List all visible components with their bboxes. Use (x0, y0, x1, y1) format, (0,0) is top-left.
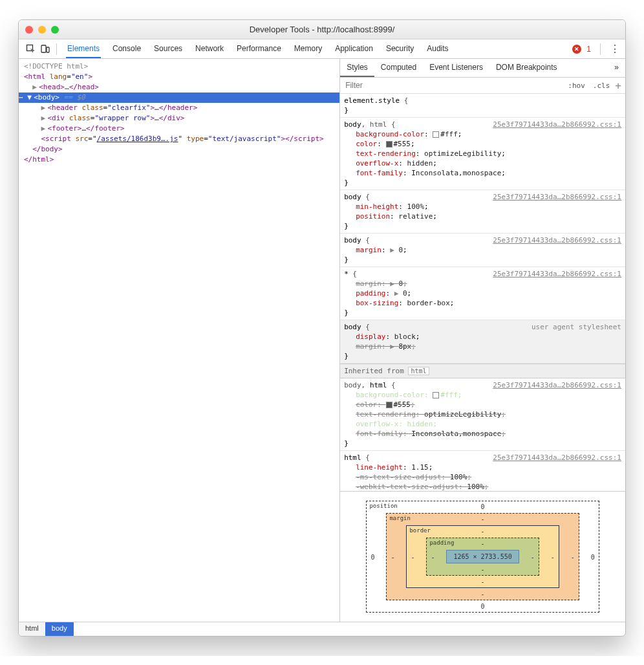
styles-rules[interactable]: element.style {}25e3f79714433da…2b866992… (340, 94, 625, 491)
tab-sources[interactable]: Sources (153, 40, 184, 58)
dom-footer[interactable]: ▶<footer>…</footer> (24, 124, 339, 134)
dom-header[interactable]: ▶<header class="clearfix">…</header> (24, 103, 339, 113)
tab-elements[interactable]: Elements (66, 40, 101, 58)
rule-source[interactable]: 25e3f79714433da…2b866992.css:1 (493, 120, 621, 129)
rule-source[interactable]: 25e3f79714433da…2b866992.css:1 (493, 453, 621, 463)
crumb-html[interactable]: html (19, 622, 45, 636)
main-toolbar: ElementsConsoleSourcesNetworkPerformance… (19, 39, 625, 59)
inspect-icon[interactable] (24, 42, 38, 56)
bm-position: position 0000 margin ---- border ---- pa… (366, 501, 599, 613)
more-icon[interactable]: ⋮ (610, 43, 620, 55)
svg-rect-2 (47, 47, 49, 52)
styles-tabs: StylesComputedEvent ListenersDOM Breakpo… (340, 59, 625, 78)
rule-source[interactable]: 25e3f79714433da…2b866992.css:1 (493, 380, 621, 390)
tab-security[interactable]: Security (385, 40, 415, 58)
main-tabs: ElementsConsoleSourcesNetworkPerformance… (66, 40, 450, 58)
dom-head[interactable]: ▶<head>…</head> (24, 82, 339, 93)
styles-tab-styles[interactable]: Styles (340, 59, 374, 77)
style-rule[interactable]: 25e3f79714433da…2b866992.css:1html {line… (340, 451, 625, 491)
style-rule[interactable]: user agent stylesheetbody {display: bloc… (340, 320, 625, 364)
dom-doctype[interactable]: <!DOCTYPE html> (24, 61, 339, 72)
dom-wrapper[interactable]: ▶<div class="wrapper row">…</div> (24, 113, 339, 124)
rule-source[interactable]: 25e3f79714433da…2b866992.css:1 (493, 192, 621, 202)
style-rule[interactable]: element.style {} (340, 94, 625, 118)
dom-script[interactable]: <script src="/assets/186d3b9….js" type="… (24, 134, 339, 144)
styles-tab-computed[interactable]: Computed (374, 59, 423, 77)
filter-input[interactable] (340, 78, 565, 93)
new-rule-icon[interactable]: + (615, 80, 621, 92)
dom-body-close[interactable]: </body> (24, 144, 339, 155)
separator (56, 43, 57, 55)
styles-tab-dom-breakpoints[interactable]: DOM Breakpoints (489, 59, 564, 77)
tab-application[interactable]: Application (334, 40, 374, 58)
style-rule[interactable]: 25e3f79714433da…2b866992.css:1body, html… (340, 118, 625, 190)
tab-audits[interactable]: Audits (425, 40, 449, 58)
window-title: Developer Tools - http://localhost:8999/ (19, 25, 625, 34)
device-icon[interactable] (38, 42, 52, 56)
devtools-window: Developer Tools - http://localhost:8999/… (18, 19, 626, 637)
rule-source[interactable]: 25e3f79714433da…2b866992.css:1 (493, 235, 621, 245)
bm-border: border ---- padding ---- 1265 × 2733.550 (406, 525, 559, 588)
cls-toggle[interactable]: .cls (590, 80, 613, 91)
style-rule[interactable]: 25e3f79714433da…2b866992.css:1* {margin:… (340, 267, 625, 320)
hov-toggle[interactable]: :hov (565, 80, 588, 91)
inherited-header: Inherited from html (340, 364, 625, 378)
tab-network[interactable]: Network (194, 40, 225, 58)
rule-source[interactable]: user agent stylesheet (531, 322, 621, 332)
bm-padding: padding ---- 1265 × 2733.550 (426, 538, 539, 576)
box-model: position 0000 margin ---- border ---- pa… (340, 491, 625, 622)
style-rule[interactable]: 25e3f79714433da…2b866992.css:1body {marg… (340, 234, 625, 267)
style-rule[interactable]: 25e3f79714433da…2b866992.css:1body, html… (340, 378, 625, 451)
bm-content: 1265 × 2733.550 (446, 550, 519, 563)
styles-tab-event-listeners[interactable]: Event Listeners (423, 59, 489, 77)
error-badge-icon[interactable]: ✕ (572, 45, 581, 54)
separator (600, 43, 601, 55)
tab-console[interactable]: Console (111, 40, 142, 58)
dom-html-close[interactable]: </html> (24, 155, 339, 165)
dom-html[interactable]: <html lang="en"> (24, 72, 339, 82)
tab-performance[interactable]: Performance (235, 40, 283, 58)
bm-margin: margin ---- border ---- padding ---- 126… (386, 513, 579, 600)
styles-filter-row: :hov .cls + (340, 78, 625, 94)
style-rule[interactable]: 25e3f79714433da…2b866992.css:1body {min-… (340, 190, 625, 234)
styles-pane: StylesComputedEvent ListenersDOM Breakpo… (340, 59, 625, 622)
rule-source[interactable]: 25e3f79714433da…2b866992.css:1 (493, 269, 621, 279)
elements-tree[interactable]: <!DOCTYPE html> <html lang="en"> ▶<head>… (19, 59, 340, 622)
breadcrumb: htmlbody (19, 622, 625, 636)
more-tabs-icon[interactable]: » (608, 59, 625, 77)
svg-rect-1 (41, 45, 46, 52)
dom-body-selected[interactable]: ⋯ ▼<body> == $0 (19, 93, 339, 103)
titlebar: Developer Tools - http://localhost:8999/ (19, 20, 625, 39)
error-count: 1 (586, 45, 591, 54)
crumb-body[interactable]: body (45, 622, 74, 636)
tab-memory[interactable]: Memory (293, 40, 323, 58)
